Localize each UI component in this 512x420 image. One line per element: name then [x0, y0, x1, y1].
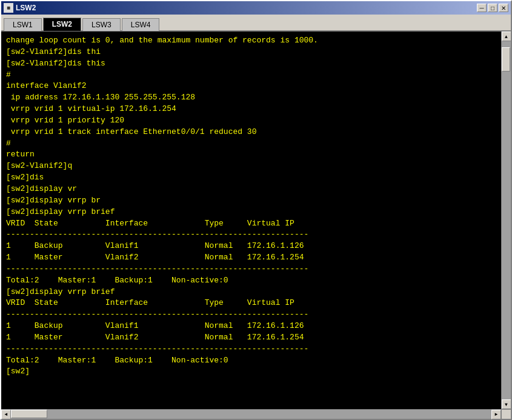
minimize-button[interactable]: ─	[477, 4, 487, 12]
scroll-track-vertical[interactable]	[502, 41, 511, 399]
scroll-track-horizontal[interactable]	[11, 410, 491, 419]
scroll-down-button[interactable]: ▼	[502, 399, 511, 409]
tab-LSW2[interactable]: LSW2	[43, 18, 81, 31]
scroll-up-button[interactable]: ▲	[502, 32, 511, 41]
horizontal-scrollbar[interactable]: ◄ ►	[1, 409, 501, 419]
title-bar-buttons: ─ □ ✕	[477, 4, 508, 12]
scroll-thumb-horizontal[interactable]	[11, 410, 47, 418]
scroll-left-button[interactable]: ◄	[1, 410, 11, 419]
scrollbar-corner	[501, 409, 511, 419]
title-bar-left: ■ LSW2	[4, 3, 36, 13]
tab-LSW1[interactable]: LSW1	[4, 18, 42, 31]
tab-LSW3[interactable]: LSW3	[82, 18, 121, 31]
scroll-thumb-vertical[interactable]	[502, 47, 510, 72]
scroll-right-button[interactable]: ►	[491, 410, 501, 419]
close-button[interactable]: ✕	[499, 4, 508, 12]
tab-LSW4[interactable]: LSW4	[122, 18, 160, 31]
window-title: LSW2	[16, 4, 36, 12]
tab-bar: LSW1 LSW2 LSW3 LSW4	[1, 15, 511, 32]
bottom-row: ◄ ►	[1, 409, 511, 419]
title-bar: ■ LSW2 ─ □ ✕	[1, 1, 511, 15]
terminal-container: change loop count is 0, and the maximum …	[1, 32, 511, 409]
maximize-button[interactable]: □	[488, 4, 497, 12]
window-icon: ■	[4, 3, 13, 13]
terminal-output[interactable]: change loop count is 0, and the maximum …	[1, 32, 501, 409]
vertical-scrollbar[interactable]: ▲ ▼	[501, 32, 511, 409]
main-window: ■ LSW2 ─ □ ✕ LSW1 LSW2 LSW3 LSW4 change …	[0, 0, 512, 420]
